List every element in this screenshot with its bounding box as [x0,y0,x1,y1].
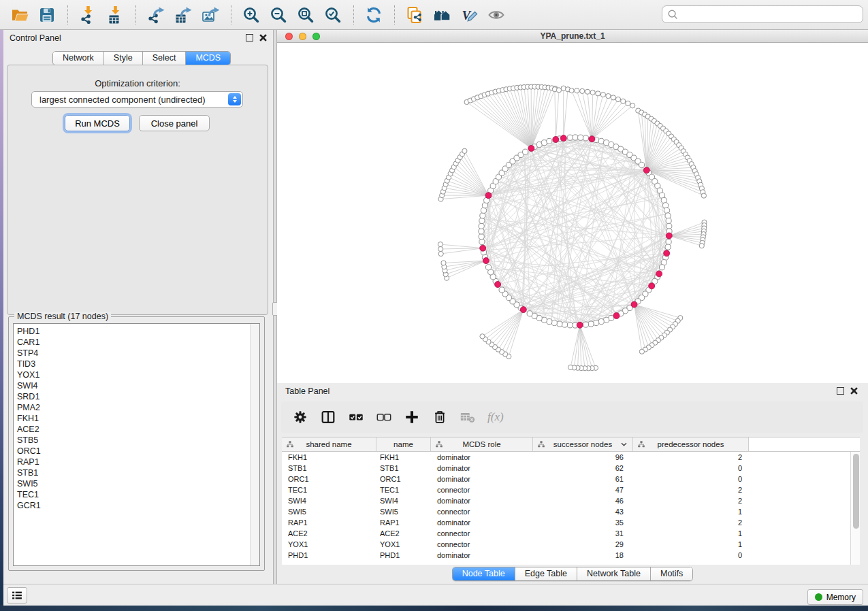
mcds-list-scrollbar[interactable] [250,324,259,565]
close-panel-button[interactable] [259,33,268,42]
column-header-successor-nodes[interactable]: successor nodes [533,437,633,451]
column-header-MCDS-role[interactable]: MCDS role [431,437,533,451]
cell-successor-nodes[interactable]: 96 [533,452,633,463]
columns-button[interactable] [320,408,338,426]
column-header-shared-name[interactable]: shared name [282,437,376,451]
mcds-result-item[interactable]: RAP1 [17,457,259,467]
mcds-result-item[interactable]: PHD1 [17,326,259,337]
cell-predecessor-nodes[interactable]: 2 [633,452,749,463]
close-table-panel-button[interactable] [850,386,858,395]
mcds-result-item[interactable]: PMA2 [17,402,259,413]
cell-predecessor-nodes[interactable]: 1 [633,506,749,517]
cell-shared-name[interactable]: RAP1 [282,517,376,528]
zoom-out-button[interactable] [268,3,290,27]
cell-MCDS-role[interactable]: dominator [431,474,533,484]
cell-MCDS-role[interactable]: connector [431,484,533,495]
cell-MCDS-role[interactable]: dominator [431,550,533,561]
mcds-result-item[interactable]: SRD1 [17,391,259,402]
tab-edge-table[interactable]: Edge Table [515,567,577,580]
cell-shared-name[interactable]: FKH1 [282,452,376,463]
cell-predecessor-nodes[interactable]: 1 [633,539,749,550]
delete-button[interactable] [432,408,449,426]
mcds-result-item[interactable]: STP4 [17,348,259,359]
mcds-result-item[interactable]: GCR1 [17,500,259,511]
tab-network[interactable]: Network [53,52,103,65]
mcds-result-item[interactable]: CAR1 [17,337,259,348]
cell-shared-name[interactable]: ACE2 [282,528,376,539]
cell-name[interactable]: FKH1 [376,452,431,463]
cell-shared-name[interactable]: PHD1 [282,550,376,561]
table-row[interactable]: ACE2ACE2connector311 [282,528,860,539]
optimization-criterion-select[interactable]: largest connected component (undirected) [31,91,243,108]
cell-predecessor-nodes[interactable]: 2 [633,484,749,495]
cell-predecessor-nodes[interactable]: 0 [633,463,749,474]
import-network-button[interactable] [78,3,99,27]
mcds-result-item[interactable]: FKH1 [17,413,259,424]
mcds-result-item[interactable]: STB5 [17,435,259,446]
cell-predecessor-nodes[interactable]: 0 [633,550,749,561]
cell-shared-name[interactable]: ORC1 [282,474,376,484]
cell-shared-name[interactable]: SWI5 [282,506,376,517]
network-canvas[interactable] [277,43,868,383]
table-row[interactable]: TEC1TEC1connector472 [282,484,860,495]
export-table-button[interactable] [173,3,195,27]
cell-name[interactable]: SWI4 [376,495,431,506]
table-scrollbar[interactable] [850,452,860,565]
cell-MCDS-role[interactable]: connector [431,528,533,539]
mcds-result-list[interactable]: PHD1CAR1STP4TID3YOX1SWI4SRD1PMA2FKH1ACE2… [13,323,260,566]
table-row[interactable]: SWI5SWI5connector431 [282,506,860,517]
cell-name[interactable]: RAP1 [376,517,431,528]
cell-successor-nodes[interactable]: 18 [533,550,633,561]
mcds-result-item[interactable]: TID3 [17,359,259,369]
mcds-result-item[interactable]: SWI4 [17,380,259,391]
cell-name[interactable]: STB1 [376,463,431,474]
table-row[interactable]: YOX1YOX1connector291 [282,539,860,550]
search-input[interactable] [681,7,863,22]
column-header-predecessor-nodes[interactable]: predecessor nodes [633,437,749,451]
cell-successor-nodes[interactable]: 47 [533,484,633,495]
cell-successor-nodes[interactable]: 35 [533,517,633,528]
table-row[interactable]: ORC1ORC1dominator610 [282,474,860,484]
cell-name[interactable]: PHD1 [376,550,431,561]
mcds-result-item[interactable]: YOX1 [17,369,259,380]
cell-name[interactable]: YOX1 [376,539,431,550]
cell-predecessor-nodes[interactable]: 1 [633,528,749,539]
tab-network-table[interactable]: Network Table [577,567,650,580]
zoom-in-button[interactable] [241,3,263,27]
mcds-result-item[interactable]: SWI5 [17,478,259,489]
close-panel-action-button[interactable]: Close panel [139,115,210,131]
table-row[interactable]: PHD1PHD1dominator180 [282,550,860,561]
cell-MCDS-role[interactable]: dominator [431,463,533,474]
tab-motifs[interactable]: Motifs [650,567,692,580]
run-mcds-button[interactable]: Run MCDS [65,115,130,131]
cell-MCDS-role[interactable]: dominator [431,495,533,506]
task-history-button[interactable] [7,587,27,604]
cell-name[interactable]: SWI5 [376,506,431,517]
tab-mcds[interactable]: MCDS [185,52,230,65]
cell-MCDS-role[interactable]: dominator [431,452,533,463]
cell-shared-name[interactable]: TEC1 [282,484,376,495]
export-network-button[interactable] [146,3,167,27]
deselect-all-button[interactable] [376,408,393,426]
mcds-result-item[interactable]: TEC1 [17,489,259,500]
zoom-fit-button[interactable] [295,3,317,27]
open-file-button[interactable] [10,3,31,27]
cell-name[interactable]: TEC1 [376,484,431,495]
cell-shared-name[interactable]: STB1 [282,463,376,474]
table-row[interactable]: RAP1RAP1dominator352 [282,517,860,528]
cell-MCDS-role[interactable]: connector [431,506,533,517]
cell-shared-name[interactable]: YOX1 [282,539,376,550]
cell-successor-nodes[interactable]: 62 [533,463,633,474]
tab-select[interactable]: Select [142,52,186,65]
column-header-name[interactable]: name [376,437,431,451]
vizmapper-button[interactable] [459,3,481,27]
cell-successor-nodes[interactable]: 43 [533,506,633,517]
cell-name[interactable]: ORC1 [376,474,431,484]
tab-style[interactable]: Style [103,52,142,65]
table-row[interactable]: FKH1FKH1dominator962 [282,452,860,463]
import-table-button[interactable] [105,3,127,27]
select-all-button[interactable] [348,408,366,426]
cell-shared-name[interactable]: SWI4 [282,495,376,506]
table-row[interactable]: SWI4SWI4dominator462 [282,495,860,506]
clone-network-button[interactable] [404,3,426,27]
